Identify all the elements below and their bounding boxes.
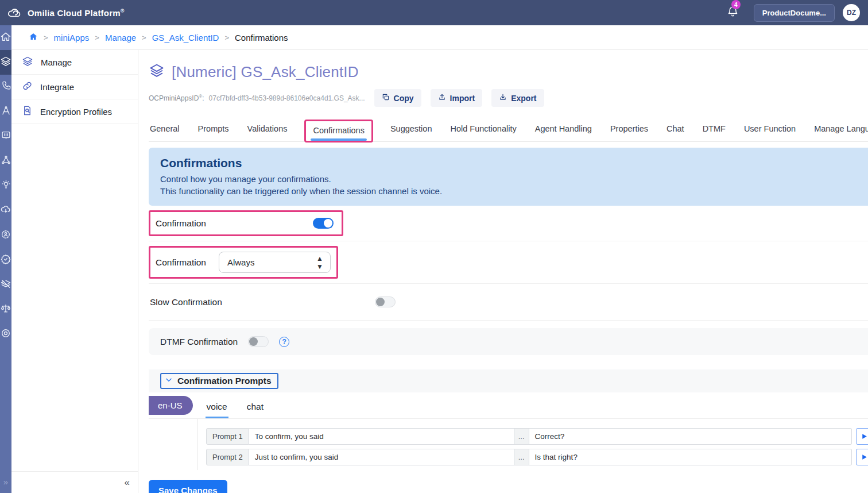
active-tab-underline: [311, 138, 366, 141]
rail-item-admin[interactable]: [0, 223, 11, 248]
brand: Omilia Cloud Platform®: [7, 7, 125, 18]
tab-properties[interactable]: Properties: [609, 120, 649, 141]
kiosk-icon: [1, 130, 11, 143]
confirmation-toggle[interactable]: [313, 218, 334, 229]
dtmf-confirmation-panel: DTMF Confirmation ?: [149, 328, 868, 355]
info-banner-line2: This functionality can be triggered only…: [160, 186, 868, 196]
chevron-down-icon[interactable]: [165, 376, 173, 386]
annotation-box-confirmation-toggle: Confirmation: [149, 210, 343, 236]
rail-item-insights[interactable]: [0, 174, 11, 198]
tab-agent-handling[interactable]: Agent Handling: [534, 120, 593, 141]
notifications-button[interactable]: 4: [727, 5, 739, 20]
sidebar-item-encryption-profiles[interactable]: Encryption Profiles: [11, 99, 138, 124]
link-icon: [22, 80, 33, 93]
rail-item-dialogs[interactable]: [0, 124, 11, 149]
prompt-1-ellipsis: ...: [514, 428, 529, 445]
icon-rail: »: [0, 25, 11, 493]
notification-badge: 4: [731, 0, 741, 9]
rail-item-support[interactable]: [0, 322, 11, 346]
top-header: Omilia Cloud Platform® 4 ProductDocume..…: [0, 0, 868, 25]
compass-icon: [1, 105, 11, 118]
language-row: en-US voice chat: [149, 392, 868, 419]
annotation-box-confirmation-prompts: Confirmation Prompts: [160, 373, 278, 389]
rail-item-legal[interactable]: [0, 297, 11, 322]
prompt-2-play-button[interactable]: [856, 449, 868, 465]
rail-item-quality[interactable]: [0, 248, 11, 272]
rail-item-miniapps[interactable]: [0, 50, 11, 75]
breadcrumb-current: Confirmations: [235, 33, 288, 43]
tab-validations[interactable]: Validations: [246, 120, 289, 141]
slow-confirmation-row: Slow Confirmation: [149, 288, 396, 315]
rail-item-calls[interactable]: [0, 75, 11, 99]
breadcrumb: > miniApps > Manage > GS_Ask_ClientID > …: [11, 25, 868, 50]
avatar[interactable]: DZ: [843, 4, 860, 21]
breadcrumb-miniapps[interactable]: miniApps: [54, 33, 90, 43]
prompt-2-text-input[interactable]: Just to confirm, you said: [249, 449, 514, 465]
tab-prompts[interactable]: Prompts: [197, 120, 230, 141]
prompt-2-suffix-input[interactable]: Is that right?: [529, 449, 852, 465]
tab-manage-languages[interactable]: Manage Languages: [813, 120, 868, 141]
layers-off-icon: [0, 278, 11, 292]
home-icon: [0, 31, 11, 45]
phone-icon: [1, 80, 11, 94]
channel-tab-chat[interactable]: chat: [246, 395, 265, 418]
sidebar-collapse-control[interactable]: «: [11, 471, 138, 493]
tab-user-function[interactable]: User Function: [743, 120, 797, 141]
prompt-1-suffix-input[interactable]: Correct?: [529, 428, 852, 445]
copy-button[interactable]: Copy: [374, 89, 421, 107]
rail-expand-control[interactable]: »: [0, 470, 11, 493]
rail-item-home[interactable]: [0, 25, 11, 50]
account-switcher-button[interactable]: ProductDocume...: [754, 4, 835, 22]
confirmation-prompts-section: Confirmation Prompts en-US voice chat: [149, 369, 868, 470]
gear-user-icon: [0, 229, 11, 242]
breadcrumb-gs-ask-clientid[interactable]: GS_Ask_ClientID: [152, 33, 219, 43]
lightbulb-icon: [1, 179, 11, 192]
rail-item-deploy[interactable]: [0, 198, 11, 223]
tab-bar: General Prompts Validations Confirmation…: [149, 120, 868, 142]
save-changes-button[interactable]: Save Changes: [149, 480, 227, 493]
prompt-2-label: Prompt 2: [206, 449, 249, 465]
help-icon[interactable]: ?: [279, 337, 289, 347]
encryption-doc-icon: [22, 105, 33, 118]
import-button[interactable]: Import: [431, 89, 483, 107]
miniapp-id-label: OCPminiAppsID®:: [149, 94, 204, 102]
tab-hold-functionality[interactable]: Hold Functionality: [449, 120, 517, 141]
confirmations-info-banner: Confirmations Control how you manage you…: [149, 148, 868, 206]
sidebar-item-integrate[interactable]: Integrate: [11, 75, 138, 99]
rail-item-design[interactable]: [0, 99, 11, 124]
rail-item-network[interactable]: [0, 149, 11, 174]
sidebar-item-manage[interactable]: Manage: [11, 50, 138, 75]
copy-icon: [382, 93, 390, 103]
annotation-box-confirmations-tab: Confirmations: [304, 120, 373, 142]
tab-suggestion[interactable]: Suggestion: [389, 120, 433, 141]
prompt-2-ellipsis: ...: [514, 449, 529, 465]
tab-general[interactable]: General: [149, 120, 181, 141]
slow-confirmation-label: Slow Confirmation: [150, 297, 222, 307]
info-banner-line1: Control how you manage your confirmation…: [160, 174, 868, 184]
breadcrumb-manage[interactable]: Manage: [105, 33, 136, 43]
rail-item-archive[interactable]: [0, 272, 11, 297]
secondary-sidebar: Manage Integrate Encryption Profiles «: [11, 50, 138, 493]
prompts-left-gutter: [149, 419, 198, 470]
language-tab-en-us[interactable]: en-US: [149, 396, 193, 415]
section-title[interactable]: Confirmation Prompts: [177, 376, 272, 386]
breadcrumb-home-icon[interactable]: [29, 32, 38, 43]
prompt-1-text-input[interactable]: To confirm, you said: [249, 428, 514, 445]
cloud-download-icon: [0, 204, 11, 218]
cloud-logo-icon: [7, 7, 22, 18]
tab-dtmf[interactable]: DTMF: [702, 120, 727, 141]
export-button[interactable]: Export: [491, 89, 544, 107]
import-icon: [438, 93, 446, 103]
slow-confirmation-toggle[interactable]: [375, 296, 396, 307]
dtmf-confirmation-toggle[interactable]: [248, 336, 269, 347]
tab-chat[interactable]: Chat: [665, 120, 685, 141]
main-content: [Numeric] GS_Ask_ClientID OCPminiAppsID®…: [138, 50, 868, 493]
miniapp-layers-icon: [149, 63, 165, 81]
prompt-row-1: Prompt 1 To confirm, you said ... Correc…: [206, 428, 868, 445]
tab-confirmations[interactable]: Confirmations: [312, 125, 365, 138]
export-icon: [499, 93, 507, 103]
confirmation-mode-select[interactable]: Always ▲▼: [219, 252, 331, 273]
miniapp-id-value: 07cf7bfd-dff3-4b53-989d-86106e0ca4d1.GS_…: [209, 94, 365, 102]
prompt-1-play-button[interactable]: [856, 428, 868, 445]
channel-tab-voice[interactable]: voice: [206, 395, 228, 418]
